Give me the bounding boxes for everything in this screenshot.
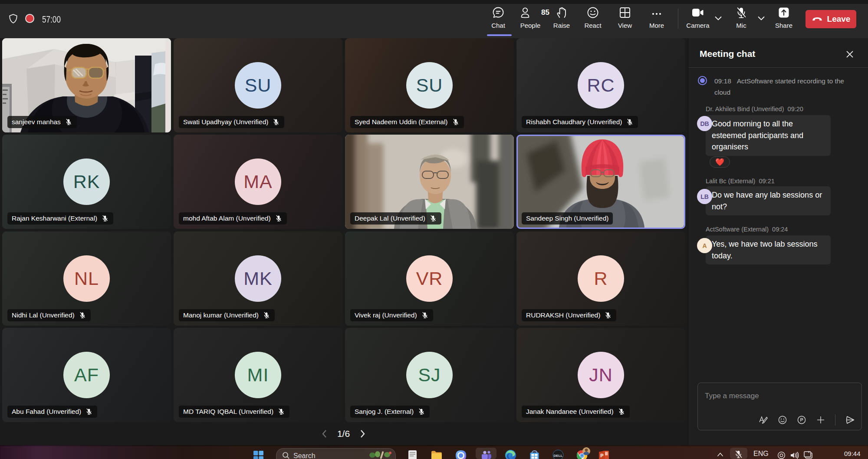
svg-text:DELL: DELL (554, 454, 563, 458)
svg-text:P: P (600, 453, 603, 458)
